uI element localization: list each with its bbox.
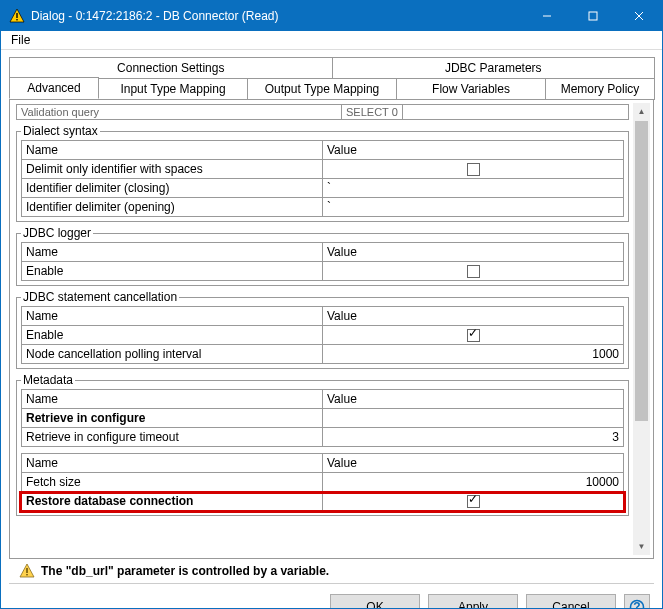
apply-button[interactable]: Apply	[428, 594, 518, 609]
checkbox[interactable]	[467, 163, 480, 176]
dialog-content: Connection Settings JDBC Parameters Adva…	[1, 50, 662, 584]
warning-icon	[19, 563, 35, 579]
maximize-button[interactable]	[570, 1, 616, 31]
table-row[interactable]: Identifier delimiter (closing)`	[22, 179, 624, 198]
svg-rect-1	[16, 13, 17, 18]
table-row[interactable]: Enable	[22, 326, 624, 345]
menubar: File	[1, 31, 662, 50]
tab-output-type-mapping[interactable]: Output Type Mapping	[247, 78, 397, 100]
status-message: The "db_url" parameter is controlled by …	[41, 564, 329, 578]
tab-connection-settings[interactable]: Connection Settings	[9, 57, 333, 78]
help-button[interactable]: ?	[624, 594, 650, 609]
scroll-up-arrow[interactable]: ▲	[633, 103, 650, 120]
table-row[interactable]: Enable	[22, 262, 624, 281]
status-row: The "db_url" parameter is controlled by …	[9, 559, 654, 584]
app-icon	[9, 8, 25, 24]
tab-input-type-mapping[interactable]: Input Type Mapping	[98, 78, 248, 100]
table-row[interactable]: Identifier delimiter (opening)`	[22, 198, 624, 217]
button-bar: OK Apply Cancel ?	[1, 584, 662, 609]
svg-rect-2	[16, 19, 17, 20]
dialect-syntax-group: Dialect syntax NameValue Delimit only id…	[16, 124, 629, 222]
checkbox[interactable]	[467, 265, 480, 278]
tab-advanced[interactable]: Advanced	[9, 77, 99, 99]
checkbox[interactable]	[467, 495, 480, 508]
table-row[interactable]: Delimit only identifier with spaces	[22, 160, 624, 179]
restore-db-connection-row[interactable]: Restore database connection	[22, 492, 624, 511]
truncated-prev-row: Validation query SELECT 0	[16, 104, 629, 120]
advanced-tab-body: Validation query SELECT 0 Dialect syntax…	[9, 99, 654, 559]
metadata-group: Metadata NameValue Retrieve in configure…	[16, 373, 629, 516]
close-button[interactable]	[616, 1, 662, 31]
minimize-button[interactable]	[524, 1, 570, 31]
svg-rect-8	[26, 568, 27, 573]
jdbc-logger-group: JDBC logger NameValue Enable	[16, 226, 629, 286]
titlebar: Dialog - 0:1472:2186:2 - DB Connector (R…	[1, 1, 662, 31]
checkbox[interactable]	[467, 329, 480, 342]
table-row[interactable]: Node cancellation polling interval1000	[22, 345, 624, 364]
window-title: Dialog - 0:1472:2186:2 - DB Connector (R…	[31, 9, 524, 23]
table-row[interactable]: Retrieve in configure	[22, 409, 624, 428]
table-row[interactable]: Retrieve in configure timeout3	[22, 428, 624, 447]
ok-button[interactable]: OK	[330, 594, 420, 609]
menu-file[interactable]: File	[7, 31, 34, 49]
tab-flow-variables[interactable]: Flow Variables	[396, 78, 546, 100]
svg-rect-9	[26, 574, 27, 575]
cancel-button[interactable]: Cancel	[526, 594, 616, 609]
tab-memory-policy[interactable]: Memory Policy	[545, 78, 655, 100]
vertical-scrollbar[interactable]: ▲ ▼	[633, 103, 650, 555]
svg-rect-4	[589, 12, 597, 20]
svg-text:?: ?	[633, 600, 640, 609]
table-row[interactable]: Fetch size10000	[22, 473, 624, 492]
tab-jdbc-parameters[interactable]: JDBC Parameters	[332, 57, 656, 78]
scroll-thumb[interactable]	[635, 121, 648, 421]
jdbc-cancel-group: JDBC statement cancellation NameValue En…	[16, 290, 629, 369]
scroll-down-arrow[interactable]: ▼	[633, 538, 650, 555]
